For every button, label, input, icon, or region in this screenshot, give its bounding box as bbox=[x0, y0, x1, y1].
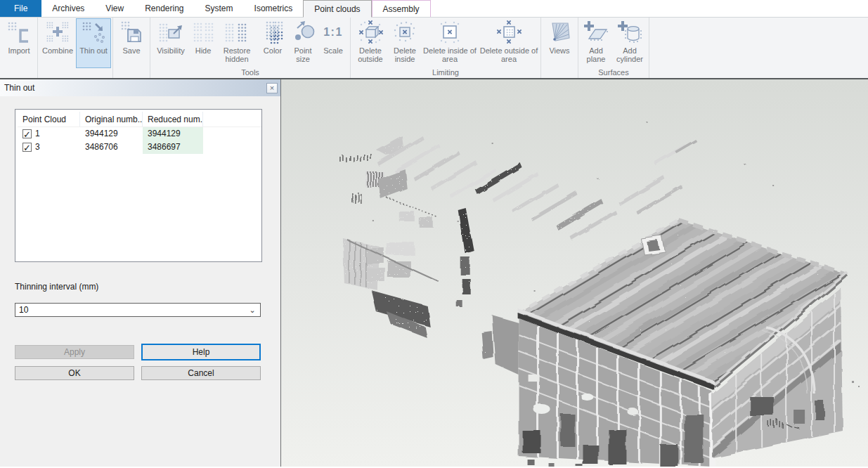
delete-inside-label: Delete inside bbox=[389, 46, 420, 63]
visibility-icon bbox=[157, 20, 185, 46]
original-number-cell: 3486706 bbox=[80, 141, 143, 154]
ribbon-group-tools: Visibility Hide bbox=[150, 18, 351, 78]
group-label-limiting: Limiting bbox=[351, 68, 540, 78]
save-label: Save bbox=[122, 46, 140, 55]
delete-inside-area-icon bbox=[436, 20, 464, 46]
add-cylinder-icon bbox=[616, 20, 644, 46]
delete-outside-button[interactable]: Delete outside bbox=[352, 18, 389, 68]
ribbon-group-import: Import bbox=[1, 18, 38, 78]
tab-system[interactable]: System bbox=[195, 0, 244, 17]
ribbon: File Archives View Rendering System Isom… bbox=[0, 0, 868, 79]
views-icon bbox=[545, 20, 574, 46]
color-label: Color bbox=[264, 46, 282, 55]
tab-isometrics[interactable]: Isometrics bbox=[244, 0, 304, 17]
restore-hidden-button[interactable]: Restore hidden bbox=[216, 18, 257, 68]
group-label-tools: Tools bbox=[151, 68, 349, 78]
ok-button[interactable]: OK bbox=[15, 366, 134, 380]
hide-icon bbox=[189, 20, 217, 46]
combine-label: Combine bbox=[42, 46, 73, 55]
viewport-3d-point-cloud[interactable] bbox=[280, 79, 868, 467]
apply-button[interactable]: Apply bbox=[15, 345, 134, 359]
cancel-button[interactable]: Cancel bbox=[141, 366, 261, 380]
combine-icon bbox=[44, 20, 72, 46]
col-empty bbox=[203, 112, 261, 126]
import-icon bbox=[5, 20, 33, 46]
scale-button[interactable]: 1:1 Scale bbox=[318, 18, 349, 68]
row-checkbox[interactable] bbox=[22, 129, 32, 138]
dialog-title-bar: Thin out × bbox=[0, 79, 280, 96]
group-label bbox=[542, 68, 577, 78]
add-plane-icon bbox=[582, 20, 610, 46]
ribbon-group-save: Save bbox=[113, 18, 150, 78]
tab-archives[interactable]: Archives bbox=[41, 0, 95, 17]
thin-out-dialog: Thin out × Point Cloud Original numb... … bbox=[0, 79, 280, 467]
views-label: Views bbox=[549, 46, 569, 55]
tab-view[interactable]: View bbox=[95, 0, 134, 17]
ribbon-group-combine-thin: Combine T bbox=[38, 18, 113, 78]
add-plane-button[interactable]: Add plane bbox=[580, 18, 612, 68]
delete-outside-area-icon bbox=[495, 20, 523, 46]
table-row[interactable]: 3 3486706 3486697 bbox=[18, 141, 261, 154]
visibility-button[interactable]: Visibility bbox=[152, 18, 190, 68]
close-icon[interactable]: × bbox=[266, 83, 278, 93]
thinning-interval-select[interactable]: 10 ⌄ bbox=[15, 303, 261, 317]
tab-rendering[interactable]: Rendering bbox=[134, 0, 194, 17]
hide-label: Hide bbox=[195, 46, 212, 55]
delete-outside-area-label: Delete outside of area bbox=[479, 46, 538, 63]
save-button[interactable]: Save bbox=[115, 18, 148, 68]
point-size-label: Point size bbox=[289, 46, 317, 63]
ribbon-group-views: Views bbox=[541, 18, 578, 78]
hide-button[interactable]: Hide bbox=[190, 18, 216, 68]
tab-file[interactable]: File bbox=[0, 0, 41, 17]
point-size-icon bbox=[289, 20, 317, 46]
col-point-cloud: Point Cloud bbox=[18, 112, 80, 126]
point-size-button[interactable]: Point size bbox=[288, 18, 318, 68]
chevron-down-icon: ⌄ bbox=[245, 306, 260, 315]
thin-out-button[interactable]: Thin out bbox=[76, 18, 111, 68]
import-button[interactable]: Import bbox=[2, 18, 36, 68]
color-button[interactable]: Color bbox=[257, 18, 288, 68]
group-label bbox=[1, 68, 37, 78]
thinning-interval-label: Thinning interval (mm) bbox=[15, 282, 98, 292]
point-cloud-name: 3 bbox=[35, 141, 40, 154]
thin-out-label: Thin out bbox=[79, 46, 108, 55]
ribbon-group-surfaces: Add plane bbox=[578, 18, 649, 78]
import-label: Import bbox=[8, 46, 30, 55]
add-cylinder-button[interactable]: Add cylinder bbox=[612, 18, 647, 68]
add-cylinder-label: Add cylinder bbox=[613, 46, 647, 63]
add-plane-label: Add plane bbox=[581, 46, 611, 63]
tab-point-clouds[interactable]: Point clouds bbox=[303, 0, 371, 18]
group-label bbox=[39, 68, 112, 78]
col-reduced-number: Reduced num... bbox=[143, 112, 203, 126]
help-button[interactable]: Help bbox=[141, 344, 261, 360]
delete-outside-area-button[interactable]: Delete outside of area bbox=[479, 18, 539, 68]
save-icon bbox=[117, 20, 145, 46]
views-button[interactable]: Views bbox=[543, 18, 576, 68]
row-checkbox[interactable] bbox=[22, 143, 32, 152]
visibility-label: Visibility bbox=[157, 46, 185, 55]
point-cloud-table[interactable]: Point Cloud Original numb... Reduced num… bbox=[15, 109, 262, 262]
color-icon bbox=[259, 20, 287, 46]
ribbon-group-limiting: Delete outside bbox=[351, 18, 541, 78]
reduced-number-cell: 3486697 bbox=[143, 141, 203, 154]
thin-out-icon bbox=[79, 20, 108, 46]
ribbon-tab-row: File Archives View Rendering System Isom… bbox=[0, 0, 868, 18]
delete-inside-icon bbox=[391, 20, 419, 46]
group-label-surfaces: Surfaces bbox=[579, 68, 648, 78]
delete-inside-button[interactable]: Delete inside bbox=[389, 18, 421, 68]
combine-button[interactable]: Combine bbox=[39, 18, 76, 68]
point-cloud-render bbox=[281, 79, 868, 467]
restore-hidden-icon bbox=[223, 20, 251, 46]
dialog-title: Thin out bbox=[4, 83, 266, 93]
delete-inside-area-button[interactable]: Delete inside of area bbox=[421, 18, 479, 68]
tab-assembly[interactable]: Assembly bbox=[372, 0, 431, 17]
delete-outside-label: Delete outside bbox=[353, 46, 388, 63]
table-row[interactable]: 1 3944129 3944129 bbox=[18, 127, 261, 141]
delete-inside-area-label: Delete inside of area bbox=[422, 46, 478, 63]
scale-label: Scale bbox=[323, 46, 343, 55]
restore-hidden-label: Restore hidden bbox=[217, 46, 257, 63]
one-to-one-scale-icon: 1:1 bbox=[319, 20, 347, 46]
group-label bbox=[114, 68, 149, 78]
col-original-number: Original numb... bbox=[80, 112, 143, 126]
interval-value: 10 bbox=[15, 305, 245, 315]
